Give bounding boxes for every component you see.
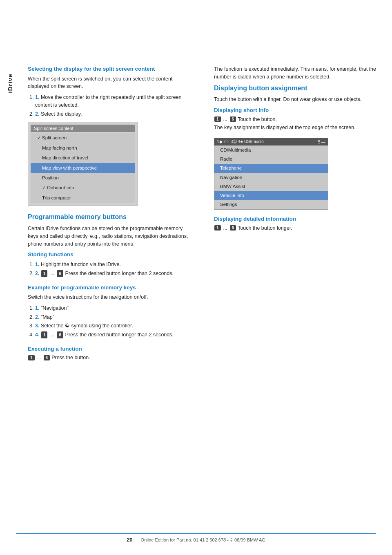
right-column: The function is executed immediately. Th… [210,65,380,530]
displaying-detailed-info: Displaying detailed information 1 ... 6 … [214,215,380,231]
example-intro: Switch the voice instructions for the na… [28,293,194,301]
footer-text: Online Edition for Part no. 01 41 2 602 … [141,537,265,542]
menu-item-map-north: Map facing north [31,143,135,153]
badge-short-6: 6 [230,116,236,122]
programmable-memory-title: Programmable memory buttons [28,213,194,222]
section-button-assignment: Displaying button assignment Touch the b… [214,84,380,231]
selecting-display-steps: 1. Move the controller to the right repe… [28,94,194,118]
step-2: 2. Select the display. [35,110,194,118]
executing-text: Press the button. [51,355,90,360]
usb-item-cd: CD/Multimedia [214,145,328,154]
programmable-memory-intro: Certain iDrive functions can be stored o… [28,225,194,248]
executing-title: Executing a function [28,345,194,353]
screenshot-menu: Split screen Map facing north Map direct… [31,133,135,203]
usb-item-radio: Radio [214,155,328,164]
short-info-line: 1 ... 6 Touch the button. [214,116,380,122]
section-selecting-display: Selecting the display for the split scre… [28,65,194,206]
usb-num: 5 — [318,140,325,144]
main-content: Selecting the display for the split scre… [20,0,392,555]
usb-item-navigation: Navigation [214,173,328,182]
badge-detail-1: 1 [214,225,221,231]
section-programmable-memory: Programmable memory buttons Certain iDri… [28,213,194,360]
split-screen-screenshot: Split screen content Split screen Map fa… [28,122,138,206]
storing-functions: Storing functions 1. Highlight the funct… [28,251,194,277]
usb-titlebar: 1◆ 2♢ 3Ⓒ 4♣ USB audio 5 — [214,138,328,145]
usb-item-telephone: Telephone [214,164,328,173]
selecting-display-intro: When the split screen is switched on, yo… [28,75,194,91]
screenshot-titlebar: Split screen content [31,125,135,132]
menu-item-position: Position [31,173,135,183]
detailed-info-title: Displaying detailed information [214,215,380,223]
menu-item-split-screen: Split screen [31,133,135,143]
badge-6c: 6 [44,355,50,360]
badge-1b: 1 [41,331,48,338]
button-assignment-title: Displaying button assignment [214,84,380,93]
usb-item-settings: Settings [214,200,328,209]
storing-step-2: 2. 1 ... 6 Press the desired button long… [35,270,194,278]
example-step-2: 2. "Map" [35,313,194,321]
badge-short-1: 1 [214,116,221,122]
example-title: Example for programmable memory keys [28,284,194,291]
storing-steps: 1. Highlight the function via the iDrive… [28,261,194,278]
usb-title-text: 1◆ 2♢ 3Ⓒ 4♣ USB audio [217,139,264,145]
executing-line: 1 ... 6 Press the button. [28,355,194,360]
right-intro: The function is executed immediately. Th… [214,65,380,81]
detailed-info-line: 1 ... 6 Touch the button longer. [214,225,380,231]
menu-item-map-perspective: Map view with perspective [31,163,135,173]
left-column: Selecting the display for the split scre… [28,65,198,530]
sidebar: iDrive [0,0,20,555]
detailed-info-text: Touch the button longer. [238,225,292,231]
badge-1: 1 [41,270,48,277]
storing-step-1: 1. Highlight the function via the iDrive… [35,261,194,269]
button-assignment-intro: Touch the button with a finger. Do not w… [214,96,380,103]
short-info-description: The key assignment is displayed at the t… [214,124,380,132]
short-info-title: Displaying short info [214,107,380,114]
page-footer: 20 Online Edition for Part no. 01 41 2 6… [16,533,376,543]
badge-1c: 1 [28,355,35,360]
selecting-display-title: Selecting the display for the split scre… [28,65,194,73]
badge-6: 6 [57,270,63,277]
step-1: 1. Move the controller to the right repe… [35,94,194,109]
usb-menu: CD/Multimedia Radio Telephone Navigation… [214,145,328,209]
menu-item-map-direction: Map direction of travel [31,153,135,163]
example-steps: 1. "Navigation" 2. "Map" 3. Select the ☯… [28,304,194,339]
example-step-3: 3. Select the ☯ symbol using the control… [35,322,194,330]
page-number: 20 [127,537,132,543]
badge-6b: 6 [57,331,63,338]
usb-item-vehicle-info: Vehicle info [214,191,328,200]
menu-item-onboard-info: Onboard info [31,183,135,193]
usb-item-bmw-assist: BMW Assist [214,182,328,191]
badge-detail-6: 6 [230,225,236,231]
storing-functions-title: Storing functions [28,251,194,258]
example-step-4: 4. 1 ... 6 Press the desired button long… [35,331,194,339]
displaying-short-info: Displaying short info 1 ... 6 Touch the … [214,107,380,131]
short-info-text: Touch the button. [238,116,277,122]
usb-screenshot: 1◆ 2♢ 3Ⓒ 4♣ USB audio 5 — CD/Multimedia … [214,138,328,210]
executing-function: Executing a function 1 ... 6 Press the b… [28,345,194,361]
menu-item-trip-computer: Trip computer [31,193,135,203]
example-programmable: Example for programmable memory keys Swi… [28,284,194,339]
sidebar-label: iDrive [7,74,13,93]
example-step-1: 1. "Navigation" [35,304,194,312]
